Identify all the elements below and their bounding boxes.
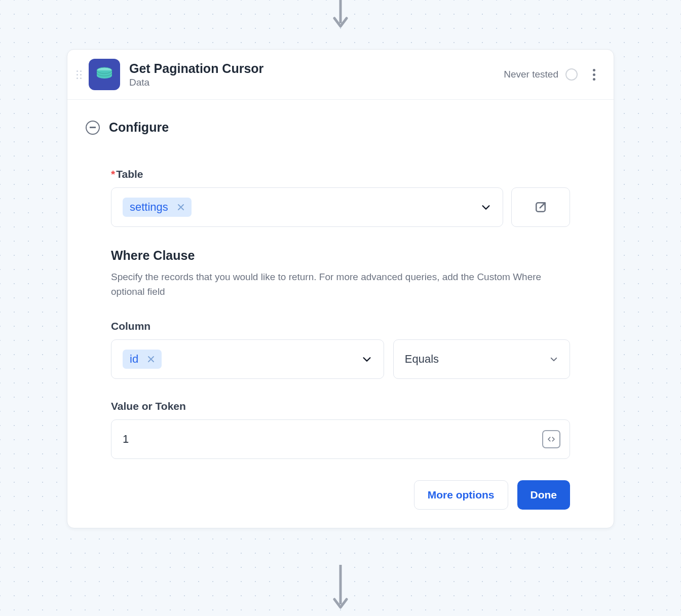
open-external-button[interactable] — [511, 187, 570, 227]
code-icon — [547, 435, 556, 444]
card-header: Get Pagination Cursor Data Never tested — [67, 50, 614, 100]
column-chip[interactable]: id — [123, 350, 162, 369]
node-subtitle: Data — [129, 77, 504, 88]
value-input[interactable]: 1 — [111, 419, 570, 459]
drag-handle-icon[interactable] — [77, 70, 82, 79]
close-icon[interactable] — [147, 355, 155, 364]
table-chip-text: settings — [130, 201, 168, 214]
chevron-down-icon — [549, 355, 558, 364]
table-label: Table — [111, 168, 570, 180]
kebab-menu-button[interactable] — [590, 66, 598, 84]
done-button[interactable]: Done — [517, 480, 571, 510]
table-chip[interactable]: settings — [123, 198, 192, 217]
configure-section-header: Configure — [67, 100, 614, 139]
status-indicator-icon — [565, 68, 578, 81]
column-label: Column — [111, 320, 570, 332]
table-select[interactable]: settings — [111, 187, 503, 227]
column-chip-text: id — [130, 353, 138, 366]
external-link-icon — [533, 200, 548, 215]
value-text: 1 — [123, 433, 129, 446]
chevron-down-icon — [361, 354, 372, 365]
value-label: Value or Token — [111, 400, 570, 412]
where-clause-desc: Specify the records that you would like … — [111, 270, 557, 299]
test-status-label: Never tested — [504, 69, 558, 80]
done-label: Done — [531, 489, 557, 501]
operator-text: Equals — [405, 353, 439, 366]
flow-arrow-in — [330, 0, 351, 36]
close-icon[interactable] — [177, 203, 184, 212]
chevron-down-icon — [480, 202, 491, 213]
operator-select[interactable]: Equals — [393, 339, 570, 379]
node-card: Get Pagination Cursor Data Never tested … — [67, 49, 614, 528]
code-mode-button[interactable] — [542, 430, 560, 448]
more-options-label: More options — [428, 489, 495, 501]
data-node-icon — [89, 59, 120, 90]
node-title: Get Pagination Cursor — [129, 61, 504, 76]
configure-heading: Configure — [109, 120, 169, 135]
column-select[interactable]: id — [111, 339, 384, 379]
collapse-toggle-icon[interactable] — [86, 121, 100, 135]
where-clause-title: Where Clause — [111, 248, 570, 263]
more-options-button[interactable]: More options — [414, 480, 508, 510]
flow-arrow-out — [330, 565, 351, 616]
